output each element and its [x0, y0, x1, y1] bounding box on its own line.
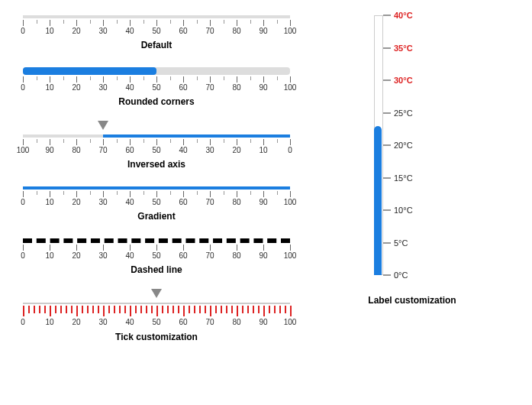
tick-label: 0	[21, 251, 25, 260]
vertical-tick-label: 40°C	[394, 11, 413, 20]
tick-label: 80	[72, 146, 80, 154]
gauge-dashed-body: 0102030405060708090100	[23, 238, 290, 261]
vertical-tick-label: 15°C	[394, 173, 413, 183]
tick-label: 60	[125, 146, 134, 154]
tick-label: 90	[259, 27, 267, 35]
vertical-tick-label: 10°C	[394, 206, 413, 215]
gauge-rounded-body: 0102030405060708090100	[23, 67, 290, 93]
pointer-icon	[98, 121, 108, 130]
tick-label: 50	[152, 83, 160, 92]
tick-label: 30	[98, 27, 107, 35]
gauge-rounded-ticks: 0102030405060708090100	[23, 76, 290, 93]
tick-label: 70	[205, 27, 214, 35]
tick-label: 90	[259, 251, 267, 260]
tick-label: 20	[72, 251, 80, 260]
gauge-dashed-ticks: 0102030405060708090100	[23, 245, 290, 261]
tick-label: 20	[72, 27, 80, 35]
gauge-vertical: 40°C35°C30°C25°C20°C15°C10°C5°C0°C	[374, 15, 420, 275]
tick-label: 40	[125, 27, 134, 35]
tick-label: 90	[45, 146, 53, 154]
tick-label: 90	[259, 198, 267, 206]
tick-label: 20	[72, 318, 80, 326]
tick-label: 10	[45, 251, 53, 260]
tick-label: 90	[259, 83, 267, 92]
tick-label: 0	[288, 146, 292, 154]
page: 0102030405060708090100 Default 010203040…	[15, 15, 517, 359]
tick-label: 40	[125, 251, 134, 260]
vertical-tick-label: 5°C	[394, 238, 408, 248]
gauge-tickcustom-body: 0102030405060708090100	[23, 292, 290, 329]
tick-label: 50	[152, 198, 160, 206]
gauge-gradient-body: 0102030405060708090100	[23, 186, 290, 208]
pointer-icon	[151, 289, 162, 298]
tick-label: 60	[179, 27, 187, 35]
gauge-dashed-caption: Dashed line	[15, 264, 298, 275]
tick-label: 100	[284, 318, 297, 326]
tick-label: 100	[284, 198, 297, 206]
tick-label: 80	[232, 318, 240, 326]
vertical-tick-label: 30°C	[394, 76, 413, 85]
tick-label: 50	[152, 251, 160, 260]
gauge-default-caption: Default	[15, 40, 298, 50]
tick-label: 100	[284, 83, 297, 92]
tick-label: 100	[17, 146, 30, 154]
gauge-gradient-caption: Gradient	[15, 211, 298, 222]
left-column: 0102030405060708090100 Default 010203040…	[15, 15, 298, 359]
tick-label: 30	[98, 198, 107, 206]
tick-label: 60	[179, 198, 187, 206]
tick-label: 70	[205, 251, 214, 260]
gauge-tickcustom-caption: Tick customization	[15, 332, 298, 342]
tick-label: 20	[232, 146, 240, 154]
tick-label: 40	[125, 318, 134, 326]
tick-label: 0	[21, 318, 25, 326]
tick-label: 70	[205, 198, 214, 206]
tick-label: 10	[45, 27, 53, 35]
tick-label: 90	[259, 318, 267, 326]
gauge-vertical-fill	[374, 126, 382, 276]
tick-label: 70	[98, 146, 107, 154]
gauge-inversed-caption: Inversed axis	[15, 159, 298, 170]
tick-label: 40	[179, 146, 187, 154]
tick-label: 40	[125, 198, 134, 206]
tick-label: 0	[21, 83, 25, 92]
gauge-rounded-caption: Rounded corners	[15, 96, 298, 107]
gauge-inversed: 1009080706050403020100 Inversed axis	[15, 124, 298, 170]
vertical-tick-label: 25°C	[394, 109, 413, 118]
gauge-tickcustom: 0102030405060708090100 Tick customizatio…	[15, 292, 298, 342]
vertical-tick-label: 35°C	[394, 44, 413, 53]
vertical-tick-label: 20°C	[394, 141, 413, 150]
tick-label: 70	[205, 83, 214, 92]
tick-label: 30	[205, 146, 214, 154]
gauge-rounded: 0102030405060708090100 Rounded corners	[15, 67, 298, 107]
tick-label: 10	[45, 318, 53, 326]
tick-label: 60	[179, 251, 187, 260]
tick-label: 50	[152, 146, 160, 154]
gauge-inversed-body: 1009080706050403020100	[23, 124, 290, 156]
gauge-gradient-ticks: 0102030405060708090100	[23, 191, 290, 208]
gauge-dashed: 0102030405060708090100 Dashed line	[15, 238, 298, 275]
tick-label: 50	[152, 318, 160, 326]
gauge-default-body: 0102030405060708090100	[23, 15, 290, 37]
tick-label: 10	[45, 83, 53, 92]
tick-label: 60	[179, 318, 187, 326]
gauge-gradient: 0102030405060708090100 Gradient	[15, 186, 298, 222]
tick-label: 80	[232, 83, 240, 92]
tick-label: 0	[21, 27, 25, 35]
gauge-inversed-ticks: 1009080706050403020100	[23, 139, 290, 156]
tick-label: 40	[125, 83, 134, 92]
tick-label: 20	[72, 198, 80, 206]
tick-label: 80	[232, 251, 240, 260]
tick-label: 0	[21, 198, 25, 206]
tick-label: 80	[232, 198, 240, 206]
tick-label: 10	[259, 146, 267, 154]
gauge-default: 0102030405060708090100 Default	[15, 15, 298, 50]
right-column: 40°C35°C30°C25°C20°C15°C10°C5°C0°C Label…	[343, 15, 481, 306]
tick-label: 20	[72, 83, 80, 92]
tick-label: 80	[232, 27, 240, 35]
vertical-tick-label: 0°C	[394, 271, 408, 280]
tick-label: 100	[284, 27, 297, 35]
gauge-tickcustom-ticks: 0102030405060708090100	[23, 306, 290, 329]
tick-label: 30	[98, 251, 107, 260]
gauge-vertical-caption: Label customization	[343, 295, 481, 306]
tick-label: 50	[152, 27, 160, 35]
